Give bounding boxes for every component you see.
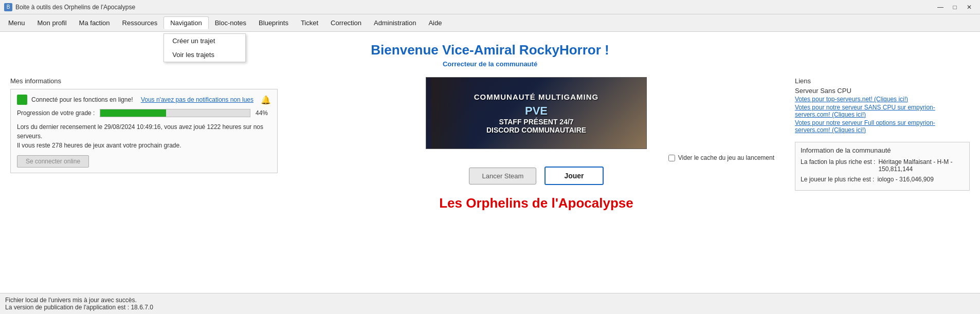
vote-link-3[interactable]: Votes pour notre serveur Full options su… (795, 119, 970, 134)
banner-discord: DISCORD COMMUNAUTAIRE (486, 126, 586, 134)
maximize-button[interactable]: □ (948, 2, 961, 12)
progress-percent: 44% (256, 109, 271, 117)
main-content: Bienvenue Vice-Amiral RockyHorror ! Corr… (0, 32, 980, 314)
app-icon: B (4, 3, 12, 11)
vote-link-1[interactable]: Votes pour top-serveurs.net! (Cliques ic… (795, 96, 970, 103)
dropdown-creer-trajet[interactable]: Créer un trajet (164, 34, 245, 48)
center-panel: COMMUNAUTÉ MULTIGAMING PVE STAFF PRÉSENT… (288, 77, 785, 211)
info-text: Lors du dernier recensement le 29/08/202… (17, 122, 271, 150)
online-status-row: Connecté pour les fonctions en ligne! Vo… (17, 95, 271, 105)
status-dot (17, 95, 27, 105)
info-text-line2: Il vous reste 278 heures de jeux avant v… (17, 142, 182, 149)
window-controls: — □ ✕ (934, 2, 976, 12)
links-title: Liens (795, 77, 970, 85)
close-button[interactable]: ✕ (963, 2, 976, 12)
progress-row: Progression de votre grade : 44% (17, 109, 271, 117)
nav-dropdown-wrapper: Navigation Créer un trajet Voir les traj… (164, 16, 208, 29)
richest-player-label: Le joueur le plus riche est : (801, 176, 874, 183)
menu-ressources[interactable]: Ressources (116, 17, 164, 29)
richest-faction-value: Héritage Malfaisant - H-M - 150,811,144 (878, 158, 964, 173)
mes-informations-title: Mes informations (10, 77, 278, 85)
info-box: Connecté pour les fonctions en ligne! Vo… (10, 89, 278, 173)
menu-bar: Menu Mon profil Ma faction Ressources Na… (0, 14, 980, 32)
notif-link[interactable]: Vous n'avez pas de notifications non lue… (141, 96, 253, 103)
footer-text-1: Fichier local de l'univers mis à jour av… (5, 297, 975, 304)
richest-player-value: iologo - 316,046,909 (877, 176, 933, 183)
dropdown-voir-trajets[interactable]: Voir les trajets (164, 48, 245, 62)
online-text: Connecté pour les fonctions en ligne! (31, 96, 137, 103)
richest-player-row: Le joueur le plus riche est : iologo - 3… (801, 176, 964, 183)
info-text-line1: Lors du dernier recensement le 29/08/202… (17, 123, 263, 140)
bell-icon: 🔔 (261, 95, 271, 105)
minimize-button[interactable]: — (934, 2, 947, 12)
title-bar: B Boite à outils des Orphelins de l'Apoc… (0, 0, 980, 14)
three-col-layout: Mes informations Connecté pour les fonct… (0, 72, 980, 216)
community-info-box: Information de la communauté La faction … (795, 142, 970, 191)
menu-navigation[interactable]: Navigation (164, 16, 208, 29)
progress-bar-bg (100, 109, 250, 117)
footer-text-2: La version de publication de l'applicati… (5, 304, 975, 311)
menu-blueprints[interactable]: Blueprints (252, 17, 295, 29)
menu-ma-faction[interactable]: Ma faction (73, 17, 116, 29)
menu-administration[interactable]: Administration (368, 17, 422, 29)
vider-cache-label: Vider le cache du jeu au lancement (678, 154, 774, 161)
right-panel: Liens Serveur Sans CPU Votes pour top-se… (795, 77, 970, 191)
jouer-button[interactable]: Jouer (545, 167, 603, 185)
progress-label: Progression de votre grade : (17, 109, 95, 117)
orphelins-title: Les Orphelins de l'Apocalypse (439, 195, 633, 211)
richest-faction-row: La faction la plus riche est : Héritage … (801, 158, 964, 173)
richest-faction-label: La faction la plus riche est : (801, 158, 875, 165)
vote-link-2[interactable]: Votes pour notre serveur SANS CPU sur em… (795, 104, 970, 118)
menu-ticket[interactable]: Ticket (295, 17, 324, 29)
connect-online-button: Se connecter online (17, 155, 89, 168)
menu-bloc-notes[interactable]: Bloc-notes (209, 17, 252, 29)
banner-pve: PVE (525, 104, 548, 118)
community-info-title: Information de la communauté (801, 146, 964, 154)
banner-bg-figure (431, 78, 473, 149)
banner-staff: STAFF PRÉSENT 24/7 (499, 118, 573, 126)
navigation-dropdown: Créer un trajet Voir les trajets (164, 33, 246, 62)
menu-aide[interactable]: Aide (422, 17, 448, 29)
welcome-section: Bienvenue Vice-Amiral RockyHorror ! Corr… (0, 32, 980, 72)
left-panel: Mes informations Connecté pour les fonct… (10, 77, 278, 177)
footer: Fichier local de l'univers mis à jour av… (0, 293, 980, 314)
banner-title: COMMUNAUTÉ MULTIGAMING (474, 93, 599, 101)
progress-bar-fill (100, 109, 166, 117)
menu-correction[interactable]: Correction (324, 17, 368, 29)
menu-mon-profil[interactable]: Mon profil (31, 17, 73, 29)
launch-row: Lancer Steam Jouer (469, 167, 603, 185)
links-section: Liens Serveur Sans CPU Votes pour top-se… (795, 77, 970, 134)
lancer-steam-button[interactable]: Lancer Steam (469, 168, 536, 184)
server-name: Serveur Sans CPU (795, 87, 970, 95)
welcome-title: Bienvenue Vice-Amiral RockyHorror ! (0, 42, 980, 58)
title-bar-text: Boite à outils des Orphelins de l'Apocal… (15, 4, 934, 11)
game-banner: COMMUNAUTÉ MULTIGAMING PVE STAFF PRÉSENT… (426, 77, 647, 149)
corrector-label: Correcteur de la communauté (0, 60, 980, 68)
menu-menu[interactable]: Menu (2, 17, 31, 29)
vider-cache-checkbox[interactable] (668, 155, 675, 161)
checkbox-row: Vider le cache du jeu au lancement (668, 154, 774, 161)
